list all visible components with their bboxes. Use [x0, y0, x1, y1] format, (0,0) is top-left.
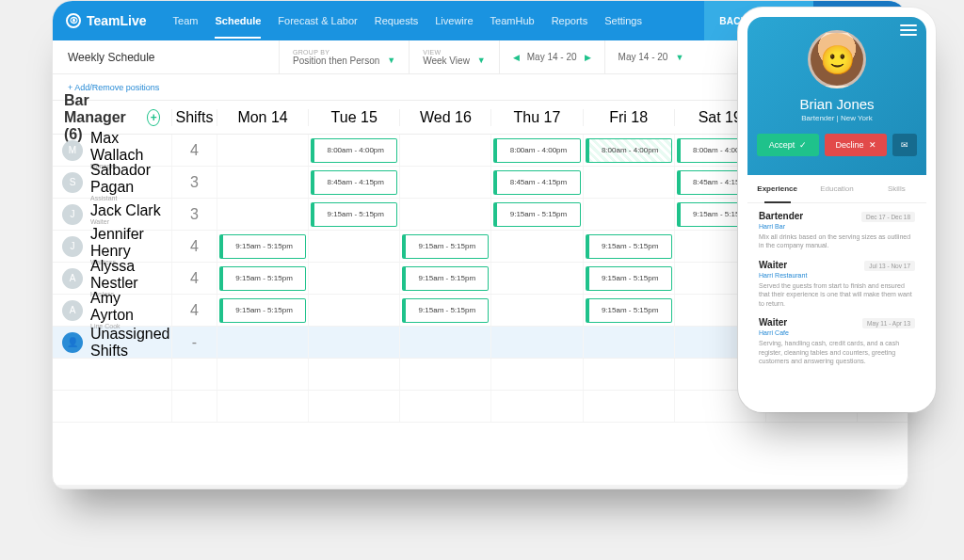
day-cell[interactable] [490, 295, 582, 326]
shift-block[interactable]: 9:15am - 5:15pm [219, 234, 306, 259]
shift-block[interactable]: 8:00am - 4:00pm [311, 138, 397, 163]
employee-cell[interactable]: AAmy AyrtonLine Cook [53, 290, 171, 330]
job-desc: Mix all drinks based on the serving size… [759, 232, 915, 250]
day-cell[interactable]: 8:00am - 4:00pm [308, 135, 399, 166]
shift-block[interactable]: 8:00am - 4:00pm [493, 138, 580, 163]
add-employee-button[interactable]: + [147, 109, 160, 126]
avatar: A [62, 300, 83, 321]
menu-icon[interactable] [900, 24, 917, 36]
shift-block[interactable]: 9:15am - 5:15pm [402, 298, 489, 323]
profile-tab-skills[interactable]: Skills [867, 175, 926, 202]
shifts-count: 4 [171, 263, 217, 294]
day-cell[interactable]: 9:15am - 5:15pm [308, 199, 399, 230]
day-cell[interactable]: 9:15am - 5:15pm [399, 295, 490, 326]
day-cell[interactable]: 9:15am - 5:15pm [583, 295, 674, 326]
employee-role: Assistant [90, 195, 162, 202]
chevron-right-icon[interactable]: ▶ [585, 53, 591, 62]
nav-forecast-labor[interactable]: Forecast & Labor [278, 15, 357, 26]
day-cell[interactable] [399, 135, 490, 166]
unassigned-label: 👤Unassigned Shifts [53, 326, 171, 359]
shift-block[interactable]: 9:15am - 5:15pm [219, 266, 306, 291]
nav-requests[interactable]: Requests [375, 15, 418, 26]
nav-schedule[interactable]: Schedule [215, 3, 261, 39]
day-cell[interactable] [583, 199, 674, 230]
shift-block[interactable]: 9:15am - 5:15pm [402, 266, 489, 291]
shift-block[interactable]: 9:15am - 5:15pm [402, 234, 489, 259]
shift-block[interactable]: 9:15am - 5:15pm [493, 202, 580, 227]
nav-reports[interactable]: Reports [552, 15, 588, 26]
day-cell[interactable]: 9:15am - 5:15pm [583, 263, 674, 294]
employee-name: Max Wallach [90, 130, 162, 163]
job-title: Bartender [759, 211, 803, 221]
shift-block[interactable]: 8:45am - 4:15pm [493, 170, 580, 195]
page-title: Weekly Schedule [53, 51, 279, 64]
day-cell[interactable]: 9:15am - 5:15pm [490, 199, 582, 230]
add-remove-positions-link[interactable]: + Add/Remove positions [68, 83, 159, 92]
day-cell[interactable] [399, 199, 490, 230]
shift-block[interactable]: 8:00am - 4:00pm [586, 138, 672, 163]
chevron-down-icon: ▼ [675, 53, 683, 62]
day-cell[interactable]: 9:15am - 5:15pm [217, 231, 308, 262]
shift-block[interactable]: 9:15am - 5:15pm [311, 202, 397, 227]
day-cell[interactable]: 8:45am - 4:15pm [490, 167, 582, 198]
profile-actions: Accept✓ Decline✕ ✉ [747, 134, 926, 156]
nav-team[interactable]: Team [173, 15, 199, 26]
shifts-count: 4 [171, 135, 217, 166]
day-cell[interactable]: 9:15am - 5:15pm [399, 263, 490, 294]
employee-cell[interactable]: SSalbador PaganAssistant [53, 162, 171, 202]
job-place[interactable]: Harri Bar [759, 223, 915, 230]
day-cell[interactable] [217, 167, 308, 198]
employee-name: Alyssa Nestler [90, 258, 162, 291]
date-range-2-value: May 14 - 20 [619, 52, 668, 62]
decline-button[interactable]: Decline✕ [825, 134, 887, 156]
close-icon: ✕ [869, 140, 876, 150]
day-cell[interactable] [308, 263, 399, 294]
brand-text: TeamLive [87, 13, 147, 28]
shift-block[interactable]: 8:45am - 4:15pm [311, 170, 397, 195]
shift-block[interactable]: 9:15am - 5:15pm [586, 234, 672, 259]
day-cell[interactable] [583, 167, 674, 198]
day-cell[interactable] [308, 295, 399, 326]
day-cell[interactable] [490, 263, 582, 294]
employee-cell[interactable]: JJack ClarkWaiter [53, 202, 171, 226]
avatar: J [62, 204, 83, 225]
nav-teamhub[interactable]: TeamHub [490, 15, 535, 26]
job-desc: Serving, handling cash, credit cards, an… [759, 339, 915, 365]
message-button[interactable]: ✉ [892, 134, 917, 156]
accept-button[interactable]: Accept✓ [757, 134, 819, 156]
day-cell[interactable]: 8:00am - 4:00pm [583, 135, 674, 166]
view-value: Week View [423, 56, 470, 66]
day-cell[interactable] [490, 231, 582, 262]
day-cell[interactable] [217, 135, 308, 166]
nav-settings[interactable]: Settings [604, 15, 642, 26]
brand[interactable]: ⦿ TeamLive [66, 13, 147, 28]
shift-block[interactable]: 9:15am - 5:15pm [219, 298, 306, 323]
shift-block[interactable]: 9:15am - 5:15pm [586, 266, 672, 291]
chevron-left-icon[interactable]: ◀ [513, 53, 520, 62]
day-cell[interactable]: 8:45am - 4:15pm [308, 167, 399, 198]
profile-tab-education[interactable]: Education [807, 175, 866, 202]
day-cell[interactable]: 9:15am - 5:15pm [583, 231, 674, 262]
group-by-dropdown[interactable]: GROUP BY Position then Person▼ [279, 40, 409, 73]
day-header: Wed 16 [399, 109, 490, 126]
day-cell[interactable] [217, 199, 308, 230]
job-place[interactable]: Harri Cafe [759, 329, 915, 336]
date-range-1[interactable]: ◀May 14 - 20▶ [499, 40, 604, 73]
shift-block[interactable]: 9:15am - 5:15pm [586, 298, 672, 323]
day-header: Tue 15 [308, 109, 399, 126]
profile-body[interactable]: BartenderDec 17 - Dec 18Harri BarMix all… [747, 203, 926, 400]
experience-item: WaiterJul 13 - Nov 17Harri RestaurantSer… [759, 260, 915, 308]
day-cell[interactable]: 9:15am - 5:15pm [399, 231, 490, 262]
shifts-count: 3 [171, 167, 217, 198]
date-range-2[interactable]: May 14 - 20▼ [604, 40, 698, 73]
day-cell[interactable]: 9:15am - 5:15pm [217, 263, 308, 294]
day-cell[interactable] [308, 231, 399, 262]
profile-tab-experience[interactable]: Experience [747, 175, 807, 202]
day-cell[interactable]: 9:15am - 5:15pm [217, 295, 308, 326]
view-dropdown[interactable]: VIEW Week View▼ [409, 40, 499, 73]
job-place[interactable]: Harri Restaurant [759, 272, 915, 279]
day-cell[interactable]: 8:00am - 4:00pm [490, 135, 582, 166]
date-range-1-value: May 14 - 20 [527, 52, 577, 62]
day-cell[interactable] [399, 167, 490, 198]
nav-livewire[interactable]: Livewire [435, 15, 473, 26]
